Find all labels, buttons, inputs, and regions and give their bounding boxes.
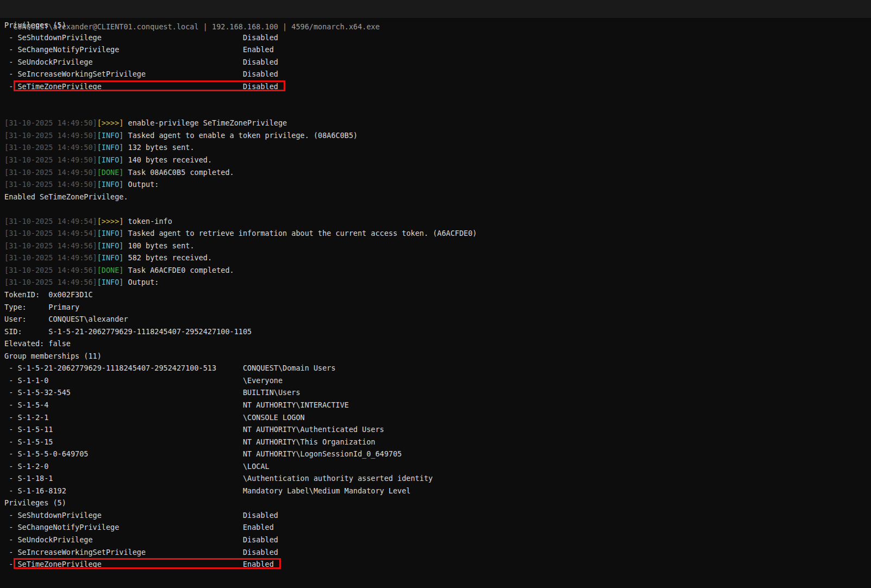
log-timestamp: [31-10-2025 14:49:56] — [4, 278, 97, 286]
log-tag-done: [DONE] — [97, 168, 124, 177]
terminal-line — [4, 203, 871, 215]
console-text: User: CONQUEST\alexander — [4, 315, 128, 323]
console-text: - S-1-18-1 \Authentication authority ass… — [4, 474, 433, 483]
terminal-line: [31-10-2025 14:49:50][INFO] 132 bytes se… — [4, 141, 871, 154]
terminal-line: SID: S-1-5-21-2062779629-1118245407-2952… — [4, 326, 871, 338]
log-message: Task 08A6C0B5 completed. — [123, 168, 234, 177]
terminal-line: - S-1-5-32-545 BUILTIN\Users — [4, 386, 871, 399]
terminal-line: [31-10-2025 14:49:54][>>>>] token-info — [4, 215, 871, 228]
log-message: Tasked agent to retrieve information abo… — [123, 229, 477, 237]
console-text: - SeShutdownPrivilege Disabled — [4, 33, 278, 42]
log-message: token-info — [123, 217, 172, 226]
console-text: - SeChangeNotifyPrivilege Enabled — [4, 45, 274, 54]
log-message: 582 bytes received. — [123, 253, 212, 262]
terminal-line: Enabled SeTimeZonePrivilege. — [4, 191, 871, 203]
terminal-line: - SeShutdownPrivilege Disabled — [4, 32, 871, 44]
terminal-line: - SeTimeZonePrivilege Enabled — [4, 558, 871, 571]
console-text: Elevated: false — [4, 339, 71, 348]
terminal-line: - S-1-5-21-2062779629-1118245407-2952427… — [4, 362, 871, 374]
log-tag-info: [INFO] — [97, 180, 124, 189]
log-message: Output: — [123, 180, 159, 189]
console-text: - S-1-5-15 NT AUTHORITY\This Organizatio… — [4, 437, 375, 446]
terminal-line: - S-1-1-0 \Everyone — [4, 374, 871, 387]
console-text: Privileges (5) — [4, 21, 66, 29]
console-text: - S-1-5-21-2062779629-1118245407-2952427… — [4, 364, 336, 372]
console-text: - — [4, 560, 17, 568]
log-timestamp: [31-10-2025 14:49:54] — [4, 229, 97, 237]
log-tag-info: [INFO] — [97, 155, 124, 164]
console-text: - S-1-5-11 NT AUTHORITY\Authenticated Us… — [4, 425, 384, 434]
log-timestamp: [31-10-2025 14:49:50] — [4, 118, 97, 127]
log-tag-command: [>>>>] — [97, 118, 124, 127]
terminal-line: [31-10-2025 14:49:56][INFO] Output: — [4, 276, 871, 289]
terminal-line: [31-10-2025 14:49:50][INFO] Tasked agent… — [4, 129, 871, 142]
console-text: Enabled SeTimeZonePrivilege. — [4, 192, 128, 201]
terminal-line: [31-10-2025 14:49:50][DONE] Task 08A6C0B… — [4, 166, 871, 179]
console-text: SID: S-1-5-21-2062779629-1118245407-2952… — [4, 327, 252, 336]
terminal-line: - SeTimeZonePrivilege Disabled — [4, 80, 871, 93]
session-title-bar: CONQUEST\alexander@CLIENT01.conquest.loc… — [0, 0, 871, 18]
log-message: 132 bytes sent. — [123, 143, 194, 152]
terminal-line: - SeUndockPrivilege Disabled — [4, 56, 871, 68]
console-text: - SeUndockPrivilege Disabled — [4, 58, 278, 66]
terminal-line: - SeChangeNotifyPrivilege Enabled — [4, 43, 871, 56]
log-message: enable-privilege SeTimeZonePrivilege — [123, 118, 287, 127]
terminal-output: Privileges (5) - SeShutdownPrivilege Dis… — [0, 18, 871, 571]
terminal-line: Elevated: false — [4, 337, 871, 350]
log-timestamp: [31-10-2025 14:49:56] — [4, 253, 97, 262]
log-tag-info: [INFO] — [97, 253, 124, 262]
log-tag-info: [INFO] — [97, 131, 124, 140]
terminal-line: Type: Primary — [4, 301, 871, 314]
log-tag-info: [INFO] — [97, 229, 124, 237]
log-message: 140 bytes received. — [123, 155, 212, 164]
log-tag-info: [INFO] — [97, 241, 124, 250]
log-timestamp: [31-10-2025 14:49:50] — [4, 143, 97, 152]
terminal-line: - SeChangeNotifyPrivilege Enabled — [4, 521, 871, 534]
terminal-line: [31-10-2025 14:49:54][INFO] Tasked agent… — [4, 227, 871, 240]
console-text: - SeChangeNotifyPrivilege Enabled — [4, 523, 274, 531]
terminal-line: Group memberships (11) — [4, 350, 871, 362]
terminal-line: - S-1-2-0 \LOCAL — [4, 460, 871, 473]
terminal-line: User: CONQUEST\alexander — [4, 313, 871, 326]
log-tag-info: [INFO] — [97, 143, 124, 152]
log-message: Task A6ACFDE0 completed. — [123, 266, 234, 274]
terminal-line — [4, 92, 871, 105]
log-message: Output: — [123, 278, 159, 286]
console-text: - S-1-5-5-0-649705 NT AUTHORITY\LogonSes… — [4, 449, 402, 458]
log-timestamp: [31-10-2025 14:49:56] — [4, 266, 97, 274]
highlighted-privilege-row: SeTimeZonePrivilege Enabled — [17, 560, 273, 568]
log-timestamp: [31-10-2025 14:49:56] — [4, 241, 97, 250]
console-text: - S-1-1-0 \Everyone — [4, 376, 283, 385]
terminal-line: - S-1-2-1 \CONSOLE LOGON — [4, 411, 871, 424]
terminal-line: - SeShutdownPrivilege Disabled — [4, 509, 871, 522]
terminal-line: - S-1-5-4 NT AUTHORITY\INTERACTIVE — [4, 399, 871, 411]
console-text: Privileges (5) — [4, 498, 66, 507]
terminal-line: - S-1-18-1 \Authentication authority ass… — [4, 472, 871, 485]
console-text: - SeIncreaseWorkingSetPrivilege Disabled — [4, 548, 278, 556]
terminal-line: [31-10-2025 14:49:50][INFO] 140 bytes re… — [4, 154, 871, 166]
terminal-line: [31-10-2025 14:49:56][INFO] 100 bytes se… — [4, 240, 871, 252]
terminal-line: - S-1-5-11 NT AUTHORITY\Authenticated Us… — [4, 423, 871, 436]
console-text: - S-1-2-1 \CONSOLE LOGON — [4, 413, 305, 422]
log-timestamp: [31-10-2025 14:49:50] — [4, 131, 97, 140]
console-text: - SeShutdownPrivilege Disabled — [4, 511, 278, 520]
console-text: TokenID: 0x002F3D1C — [4, 290, 93, 299]
log-message: Tasked agent to enable a token privilege… — [123, 131, 358, 140]
console-text: Type: Primary — [4, 303, 79, 311]
console-text: - SeUndockPrivilege Disabled — [4, 535, 278, 544]
console-text: - S-1-16-8192 Mandatory Label\Medium Man… — [4, 486, 411, 495]
terminal-line: - S-1-5-15 NT AUTHORITY\This Organizatio… — [4, 436, 871, 448]
highlighted-privilege-row: SeTimeZonePrivilege Disabled — [17, 82, 278, 91]
session-title: CONQUEST\alexander@CLIENT01.conquest.loc… — [13, 22, 380, 31]
terminal-line: - SeIncreaseWorkingSetPrivilege Disabled — [4, 68, 871, 80]
terminal-line: Privileges (5) — [4, 497, 871, 509]
log-tag-command: [>>>>] — [97, 217, 124, 226]
terminal-line: - S-1-5-5-0-649705 NT AUTHORITY\LogonSes… — [4, 448, 871, 460]
console-text: - S-1-5-32-545 BUILTIN\Users — [4, 388, 300, 397]
terminal-line: - SeUndockPrivilege Disabled — [4, 534, 871, 546]
console-text: - — [4, 82, 17, 91]
console-text: - S-1-2-0 \LOCAL — [4, 462, 270, 471]
log-timestamp: [31-10-2025 14:49:50] — [4, 168, 97, 177]
log-tag-done: [DONE] — [97, 266, 124, 274]
log-tag-info: [INFO] — [97, 278, 124, 286]
